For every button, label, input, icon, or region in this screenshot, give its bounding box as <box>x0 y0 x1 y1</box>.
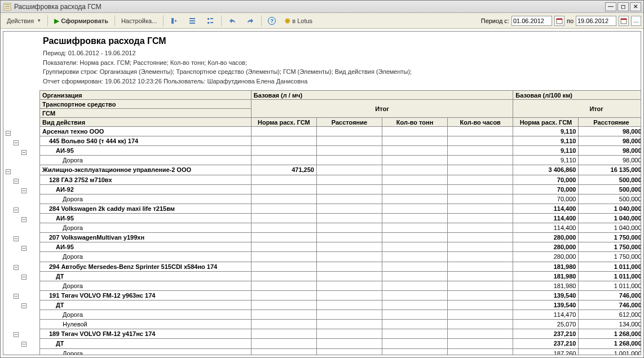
calendar-from-button[interactable] <box>554 16 564 26</box>
cell-c3 <box>382 339 448 348</box>
cell-c4 <box>448 310 513 320</box>
calendar-icon <box>620 17 627 24</box>
table-row[interactable]: Дорога9,11098,000 <box>40 156 642 165</box>
tree-collapse-button[interactable]: − <box>21 342 27 347</box>
cell-label: 284 Volkswagen 2k caddy maxi life т215вм <box>40 204 252 213</box>
cell-c6: 1 040,000 <box>579 213 641 223</box>
table-row[interactable]: 128 ГАЗ 2752 м710вх70,000500,000 <box>40 175 642 184</box>
tree-cell <box>3 253 39 263</box>
table-row[interactable]: 294 Автобус Mersedes-Benz Sprinter 515CD… <box>40 262 642 271</box>
cell-c2 <box>316 320 382 329</box>
table-row[interactable]: 445 Вольво S40 (т 444 кк) 1749,11098,000 <box>40 136 642 146</box>
cell-c4 <box>448 184 513 194</box>
tree-collapse-button[interactable]: − <box>21 303 27 308</box>
tree-collapse-button[interactable]: − <box>14 179 19 184</box>
cell-c6: 1 001,000 <box>579 348 641 355</box>
cell-c1 <box>251 127 316 136</box>
actions-menu[interactable]: Действия ▼ <box>3 15 45 27</box>
table-row[interactable]: ДТ139,540746,000 <box>40 300 642 310</box>
table-row[interactable]: АИ-9270,000500,000 <box>40 184 642 194</box>
table-row[interactable]: АИ-95280,0001 750,000 <box>40 242 642 252</box>
table-row[interactable]: ДТ237,2101 268,000 <box>40 339 642 348</box>
tree-collapse-button[interactable]: − <box>14 207 19 213</box>
tree-collapse-button[interactable]: − <box>21 275 27 280</box>
period-picker-button[interactable]: … <box>631 16 641 26</box>
tool-button-5[interactable] <box>242 15 259 27</box>
cell-c4 <box>448 262 513 271</box>
close-button[interactable]: ✕ <box>630 2 641 11</box>
cell-c5: 9,110 <box>513 136 579 146</box>
chevron-down-icon: ▼ <box>37 18 41 23</box>
cell-label: Дорога <box>40 194 252 204</box>
minimize-button[interactable]: — <box>605 2 616 11</box>
lotus-button[interactable]: ◉ в Lotus <box>281 15 316 27</box>
date-from-input[interactable] <box>511 16 552 26</box>
table-row[interactable]: ДТ181,9801 011,000 <box>40 271 642 281</box>
calendar-to-button[interactable] <box>619 16 629 26</box>
cell-label: 128 ГАЗ 2752 м710вх <box>40 175 252 184</box>
help-button[interactable]: ? <box>264 15 280 27</box>
table-row[interactable]: Дорога114,4001 040,000 <box>40 223 642 233</box>
table-row[interactable]: АИ-95114,4001 040,000 <box>40 213 642 223</box>
maximize-button[interactable]: ◻ <box>617 2 629 11</box>
table-row[interactable]: 207 VolkswagenMultivan у199хн280,0001 75… <box>40 233 642 242</box>
table-row[interactable]: 189 Тягач VOLVO FM-12 у417нс 174237,2101… <box>40 329 642 339</box>
tree-collapse-button[interactable]: − <box>21 217 27 222</box>
cell-c6: 500,000 <box>579 175 641 184</box>
tree-collapse-button[interactable]: − <box>21 188 27 193</box>
cell-c4 <box>448 271 513 281</box>
tree-collapse-button[interactable]: − <box>21 150 27 155</box>
cell-label: ДТ <box>40 271 252 281</box>
cell-label: АИ-95 <box>40 242 252 252</box>
header-organization: Организация <box>40 91 252 100</box>
cell-c6: 1 268,000 <box>579 339 641 348</box>
table-row[interactable]: 284 Volkswagen 2k caddy maxi life т215вм… <box>40 204 642 213</box>
tree-cell: − <box>3 291 39 301</box>
tool-button-2[interactable] <box>184 15 201 27</box>
tree-collapse-button[interactable]: − <box>14 140 19 145</box>
tool-button-3[interactable] <box>202 15 219 27</box>
lotus-icon: ◉ <box>285 17 290 24</box>
table-row[interactable]: Жилищно-эксплуатационное управление-2 ОО… <box>40 165 642 175</box>
cell-label: АИ-95 <box>40 146 252 156</box>
cell-c5: 70,000 <box>513 175 579 184</box>
cell-c1 <box>251 175 316 184</box>
tree-collapse-button[interactable]: − <box>6 169 11 174</box>
cell-c3 <box>382 184 448 194</box>
table-row[interactable]: Арсенал техно ООО9,11098,000 <box>40 127 642 136</box>
cell-c2 <box>316 213 382 223</box>
cell-c1 <box>251 281 316 290</box>
tree-collapse-button[interactable]: − <box>14 294 19 299</box>
svg-rect-2 <box>5 6 10 7</box>
cell-label: ДТ <box>40 300 252 310</box>
date-to-input[interactable] <box>576 16 616 26</box>
report-table-wrap: −−−−−−−−−−−−−−−−− <box>3 90 641 355</box>
table-row[interactable]: 191 Тягач VOLVO FM-12 у963нс 174139,5407… <box>40 290 642 300</box>
cell-c2 <box>316 175 382 184</box>
table-row[interactable]: Нулевой25,070134,000 <box>40 320 642 329</box>
tree-collapse-button[interactable]: − <box>21 246 27 251</box>
tree-collapse-button[interactable]: − <box>6 131 11 136</box>
tool-button-4[interactable] <box>224 15 241 27</box>
cell-c6: 98,000 <box>579 156 641 165</box>
table-row[interactable]: Дорога181,9801 011,000 <box>40 281 642 290</box>
generate-button[interactable]: ▶ Сформировать <box>50 15 112 27</box>
table-row[interactable]: Дорога114,470612,000 <box>40 310 642 320</box>
table-row[interactable]: Дорога280,0001 750,000 <box>40 252 642 262</box>
tree-collapse-button[interactable]: − <box>14 265 19 270</box>
cell-c6: 16 135,000 <box>579 165 641 175</box>
tool-button-1[interactable] <box>166 15 183 27</box>
report-area[interactable]: Расшифровка расхода ГСМ Период: 01.06.20… <box>3 31 641 355</box>
settings-button[interactable]: Настройка... <box>117 15 161 27</box>
cell-c2 <box>316 348 382 355</box>
table-row[interactable]: Дорога187,2601 001,000 <box>40 348 642 355</box>
cell-c6: 1 040,000 <box>579 223 641 233</box>
table-row[interactable]: АИ-959,11098,000 <box>40 146 642 156</box>
table-row[interactable]: Дорога70,000500,000 <box>40 194 642 204</box>
tree-collapse-button[interactable]: − <box>14 236 19 241</box>
cell-c1 <box>251 271 316 281</box>
cell-c3 <box>382 252 448 262</box>
cell-c2 <box>316 262 382 271</box>
tree-collapse-button[interactable]: − <box>14 332 19 337</box>
tree-cell: − <box>3 301 39 311</box>
